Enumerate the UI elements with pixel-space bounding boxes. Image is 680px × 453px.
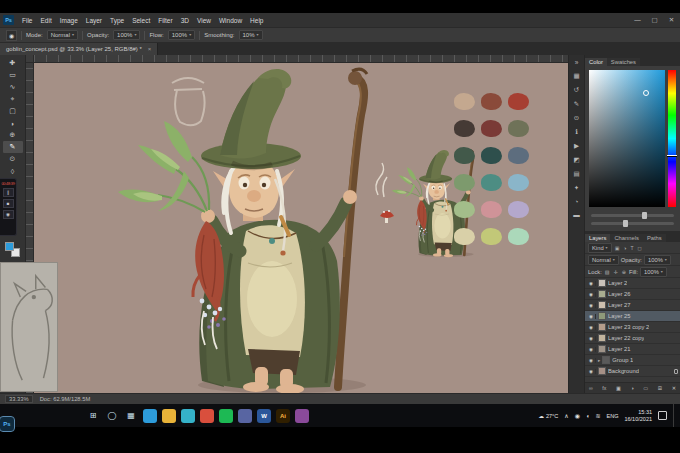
menu-help[interactable]: Help [246, 17, 267, 24]
menu-select[interactable]: Select [128, 17, 154, 24]
filter-pixel-icon[interactable]: ▣ [614, 245, 621, 251]
lock-all-icon[interactable]: ⊕ [621, 269, 627, 275]
task-view-button[interactable]: ▦ [124, 409, 138, 423]
info-panel-icon[interactable]: ℹ [575, 128, 577, 136]
filter-adjustment-icon[interactable]: ◑ [622, 245, 627, 251]
layer-fill-dropdown[interactable]: 100% [640, 267, 667, 277]
search-button[interactable]: ◯ [105, 409, 119, 423]
layer-thumbnail[interactable] [598, 279, 606, 287]
menu-image[interactable]: Image [56, 17, 82, 24]
layer-effects-icon[interactable]: fx [602, 385, 606, 391]
action-center-icon[interactable] [658, 411, 667, 420]
visibility-eye-icon[interactable]: ◉ [587, 369, 596, 374]
layer-row[interactable]: ◉ Layer 23 copy 2 [585, 322, 680, 333]
security-icon[interactable]: ◉ [575, 412, 580, 419]
taskbar-app-discord[interactable] [238, 409, 252, 423]
menu-view[interactable]: View [193, 17, 215, 24]
taskbar-app-edge[interactable] [181, 409, 195, 423]
lock-position-icon[interactable]: ✛ [613, 269, 619, 275]
tab-channels[interactable]: Channels [610, 234, 643, 242]
clone-stamp-tool[interactable]: ⊙ [3, 153, 23, 165]
brush-settings-panel-icon[interactable]: ✎ [574, 100, 579, 108]
layer-row[interactable]: ◉ Layer 22 copy [585, 333, 680, 344]
layer-group-row[interactable]: ◉ ▸ Group 1 [585, 355, 680, 366]
color-wheel-panel-icon[interactable]: ◔ [575, 198, 579, 205]
zoom-level-field[interactable]: 33.33% [5, 395, 33, 403]
actions-panel-icon[interactable]: ▶ [574, 142, 579, 150]
weather-widget[interactable]: ☁ 27°C [538, 413, 558, 419]
tab-layers[interactable]: Layers [585, 234, 610, 242]
menu-edit[interactable]: Edit [36, 17, 55, 24]
layer-blend-mode-dropdown[interactable]: Normal [588, 255, 619, 265]
visibility-eye-icon[interactable]: ◉ [587, 292, 596, 297]
group-folder-icon[interactable] [602, 356, 610, 364]
reference-sketch-window[interactable] [0, 262, 58, 392]
filter-type-icon[interactable]: T [629, 245, 634, 251]
visibility-eye-icon[interactable]: ◉ [587, 281, 596, 286]
visibility-eye-icon[interactable]: ◉ [587, 303, 596, 308]
eraser-tool[interactable]: ◊ [3, 165, 23, 177]
quick-selection-tool[interactable]: ⌖ [3, 93, 23, 105]
libraries-panel-icon[interactable]: ▤ [573, 170, 579, 178]
close-button[interactable]: ✕ [663, 16, 680, 24]
crop-tool[interactable]: ▢ [3, 105, 23, 117]
taskbar-app-spotify[interactable] [219, 409, 233, 423]
layer-thumbnail[interactable] [598, 301, 606, 309]
layer-mask-icon[interactable]: ▣ [616, 385, 621, 391]
volume-icon[interactable]: ◖ [586, 413, 590, 419]
document-tab[interactable]: goblin_concept.psd @ 33.3% (Layer 25, RG… [0, 43, 158, 55]
marquee-tool[interactable]: ▭ [3, 69, 23, 81]
layer-row[interactable]: ◉ Layer 2 [585, 278, 680, 289]
network-icon[interactable]: ≋ [596, 412, 601, 419]
menu-window[interactable]: Window [215, 17, 246, 24]
kind-filter-dropdown[interactable]: Kind [588, 243, 612, 253]
brush-tool[interactable]: ✎ [3, 141, 23, 153]
layer-row[interactable]: ◉ Layer 21 [585, 344, 680, 355]
menu-file[interactable]: File [18, 17, 36, 24]
layer-thumbnail[interactable] [598, 323, 606, 331]
maximize-button[interactable]: ▢ [646, 16, 663, 24]
color-slider[interactable] [591, 222, 674, 225]
visibility-eye-icon[interactable]: ◉ [587, 336, 596, 341]
stop-recording-button[interactable]: ■ [3, 199, 14, 208]
visibility-eye-icon[interactable]: ◉ [587, 347, 596, 352]
layer-group-icon[interactable]: ▭ [643, 385, 648, 391]
timeline-panel-icon[interactable]: ▬ [573, 211, 580, 218]
move-tool[interactable]: ✚ [3, 57, 23, 69]
menu-layer[interactable]: Layer [82, 17, 106, 24]
clock[interactable]: 15:31 16/10/2021 [624, 409, 652, 422]
visibility-eye-icon[interactable]: ◉ [587, 325, 596, 330]
layer-thumbnail[interactable] [598, 345, 606, 353]
adjustment-layer-icon[interactable]: ◑ [630, 385, 633, 391]
screen-recorder-overlay[interactable]: 00:48:39 ∥ ■ ◉ [0, 178, 17, 236]
link-layers-icon[interactable]: ∞ [589, 385, 593, 391]
layer-thumbnail[interactable] [598, 334, 606, 342]
lock-transparency-icon[interactable]: ▨ [604, 269, 611, 275]
lasso-tool[interactable]: ∿ [3, 81, 23, 93]
tab-paths[interactable]: Paths [643, 234, 666, 242]
taskbar-app-mail[interactable] [143, 409, 157, 423]
saturation-brightness-field[interactable] [589, 70, 665, 207]
taskbar-app-explorer[interactable] [162, 409, 176, 423]
styles-panel-icon[interactable]: ✦ [574, 184, 579, 192]
history-panel-icon[interactable]: ↺ [574, 86, 579, 94]
minimize-button[interactable]: — [629, 16, 646, 24]
taskbar-app-photoshop[interactable]: Ps [0, 417, 14, 431]
start-button[interactable]: ⊞ [86, 409, 100, 423]
smoothing-dropdown[interactable]: 10% [239, 30, 263, 40]
layer-row-selected[interactable]: ◉ Layer 25 [585, 311, 680, 322]
foreground-color-swatch[interactable] [5, 242, 14, 251]
pause-recording-button[interactable]: ∥ [3, 188, 14, 197]
filter-shape-icon[interactable]: ◻ [636, 245, 642, 251]
layer-thumbnail[interactable] [598, 367, 606, 375]
layer-row[interactable]: ◉ Layer 27 [585, 300, 680, 311]
delete-layer-icon[interactable]: ✕ [672, 385, 676, 391]
background-layer-row[interactable]: ◉ Background [585, 366, 680, 377]
menu-3d[interactable]: 3D [177, 17, 193, 24]
layer-row[interactable]: ◉ Layer 26 [585, 289, 680, 300]
clone-source-panel-icon[interactable]: ⊙ [574, 114, 579, 122]
menu-type[interactable]: Type [106, 17, 128, 24]
tab-swatches[interactable]: Swatches [607, 58, 640, 66]
hidden-icons-chevron[interactable]: ∧ [564, 412, 568, 419]
eyedropper-tool[interactable]: ◗ [3, 117, 23, 129]
